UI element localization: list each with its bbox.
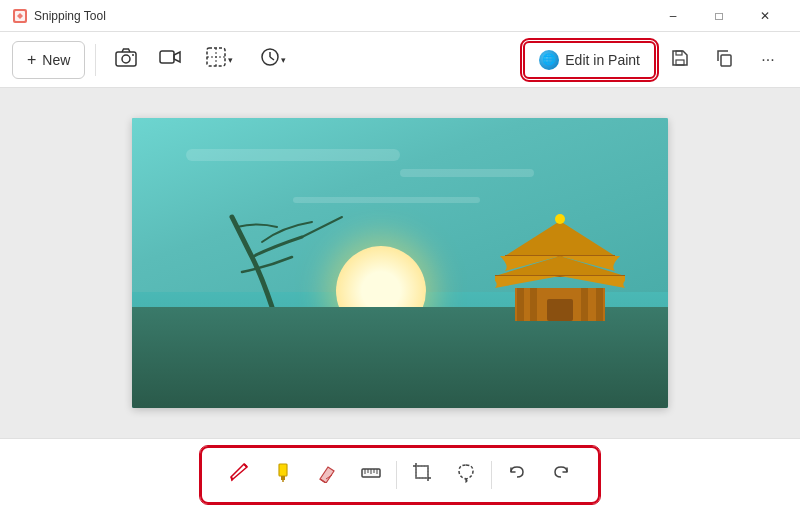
svg-rect-20: [596, 288, 603, 321]
ruler-tool-button[interactable]: [350, 454, 392, 496]
cloud-1: [186, 149, 400, 161]
save-icon: [670, 48, 690, 72]
more-options-button[interactable]: ···: [748, 41, 788, 79]
minimize-button[interactable]: –: [650, 0, 696, 32]
cloud-3: [293, 197, 481, 203]
plus-icon: +: [27, 51, 36, 69]
svg-rect-33: [416, 466, 428, 478]
redo-button[interactable]: [540, 454, 582, 496]
copy-button[interactable]: [704, 41, 744, 79]
svg-rect-13: [676, 51, 682, 55]
svg-rect-19: [581, 288, 588, 321]
delay-icon: [260, 47, 280, 72]
snip-mode-button[interactable]: ▾: [194, 41, 244, 79]
svg-rect-23: [281, 476, 285, 480]
edit-in-paint-label: Edit in Paint: [565, 52, 640, 68]
scene-ground: [132, 307, 668, 409]
undo-icon: [506, 461, 528, 488]
delay-button[interactable]: ▾: [248, 41, 298, 79]
lasso-tool-button[interactable]: [445, 454, 487, 496]
svg-point-4: [132, 54, 134, 56]
eraser-tool-button[interactable]: [306, 454, 348, 496]
app-icon: [12, 8, 28, 24]
cloud-2: [400, 169, 534, 177]
screenshot-canvas: [132, 118, 668, 408]
svg-rect-16: [547, 299, 573, 321]
camera-button[interactable]: [106, 41, 146, 79]
bottom-bar: [0, 438, 800, 510]
svg-rect-5: [160, 51, 174, 63]
svg-line-11: [270, 57, 274, 60]
scene: [132, 118, 668, 408]
more-options-icon: ···: [761, 51, 774, 69]
svg-rect-17: [517, 288, 524, 321]
main-content: [0, 88, 800, 438]
scene-clouds: [132, 141, 668, 211]
main-toolbar: + New ▾: [0, 32, 800, 88]
paint-globe-icon: 🌐: [539, 50, 559, 70]
app-title: Snipping Tool: [34, 9, 650, 23]
save-button[interactable]: [660, 41, 700, 79]
copy-icon: [714, 48, 734, 72]
scene-tree-branch: [212, 207, 352, 307]
highlighter-tool-button[interactable]: [262, 454, 304, 496]
scene-temple: [495, 211, 625, 321]
svg-point-3: [122, 55, 130, 63]
camera-icon: [115, 47, 137, 72]
crop-tool-button[interactable]: [401, 454, 443, 496]
ruler-tool-icon: [360, 461, 382, 488]
highlighter-tool-icon: [272, 461, 294, 488]
crop-tool-icon: [411, 461, 433, 488]
new-button[interactable]: + New: [12, 41, 85, 79]
snip-mode-icon: [205, 46, 227, 73]
chevron-down-icon: ▾: [228, 55, 233, 65]
edit-in-paint-button[interactable]: 🌐 Edit in Paint: [523, 41, 656, 79]
video-icon: [159, 49, 181, 70]
undo-button[interactable]: [496, 454, 538, 496]
pen-tool-icon: [228, 461, 250, 488]
chevron-down-icon-2: ▾: [281, 55, 286, 65]
bottom-tool-separator-2: [491, 461, 492, 489]
close-button[interactable]: ✕: [742, 0, 788, 32]
maximize-button[interactable]: □: [696, 0, 742, 32]
svg-rect-14: [721, 55, 731, 66]
new-label: New: [42, 52, 70, 68]
window-controls: – □ ✕: [650, 0, 788, 32]
svg-rect-22: [279, 464, 287, 476]
eraser-tool-icon: [316, 461, 338, 488]
bottom-tool-separator: [396, 461, 397, 489]
toolbar-separator-1: [95, 44, 96, 76]
video-button[interactable]: [150, 41, 190, 79]
redo-icon: [550, 461, 572, 488]
lasso-tool-icon: [455, 461, 477, 488]
svg-point-21: [555, 214, 565, 224]
bottom-tools-container: [200, 446, 600, 504]
pen-tool-button[interactable]: [218, 454, 260, 496]
title-bar: Snipping Tool – □ ✕: [0, 0, 800, 32]
svg-rect-18: [530, 288, 537, 321]
